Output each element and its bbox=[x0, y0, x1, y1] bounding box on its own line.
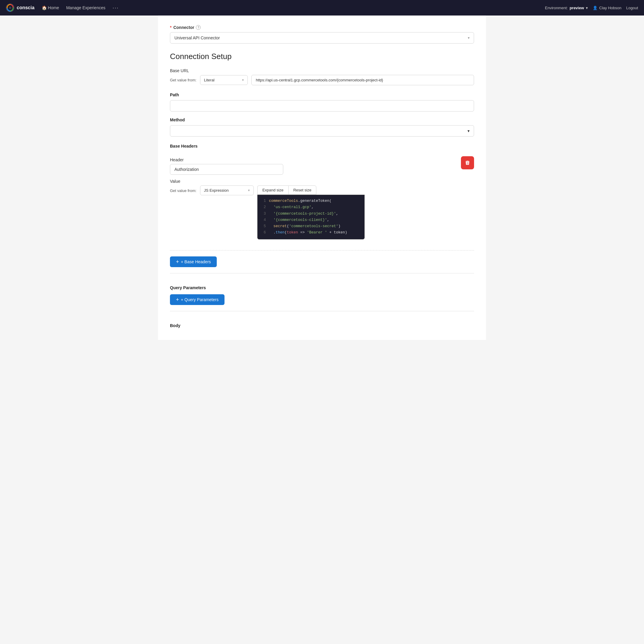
value-get-label: Get value from: bbox=[170, 185, 196, 193]
connector-section: * Connector ? Universal API Connector ▾ bbox=[170, 25, 474, 44]
logout-button[interactable]: Logout bbox=[626, 6, 638, 10]
add-query-params-button[interactable]: + + Query Parameters bbox=[170, 294, 225, 305]
code-editor[interactable]: 1 commerceTools.generateToken( 2 'us-cen… bbox=[257, 195, 365, 239]
env-value: preview bbox=[569, 6, 584, 10]
environment-selector[interactable]: Environment: preview ▾ bbox=[545, 6, 588, 10]
code-line-6: 6 .then(token => 'Bearer ' + token) bbox=[261, 230, 361, 236]
base-url-get-value-label: Get value from: bbox=[170, 78, 196, 82]
body-label: Body bbox=[170, 323, 474, 328]
main-content: * Connector ? Universal API Connector ▾ … bbox=[158, 16, 486, 340]
connector-label: * Connector ? bbox=[170, 25, 474, 30]
user-menu[interactable]: 👤 Clay Hobson bbox=[593, 6, 621, 10]
plus-icon: + bbox=[176, 259, 179, 264]
base-headers-label: Base Headers bbox=[170, 144, 474, 148]
method-select[interactable]: ▾ bbox=[170, 125, 474, 137]
add-base-headers-button[interactable]: + + Base Headers bbox=[170, 256, 217, 267]
env-label: Environment: bbox=[545, 6, 568, 10]
env-chevron-icon: ▾ bbox=[586, 6, 588, 10]
base-url-input[interactable] bbox=[251, 75, 474, 85]
logo-text: conscia bbox=[17, 5, 35, 10]
query-params-section: Query Parameters + + Query Parameters bbox=[170, 273, 474, 311]
svg-point-1 bbox=[9, 7, 11, 9]
connector-select[interactable]: Universal API Connector ▾ bbox=[170, 32, 474, 44]
expand-reset-row: Expand size Reset size bbox=[257, 185, 365, 195]
value-label: Value bbox=[170, 179, 474, 184]
header-input[interactable] bbox=[170, 164, 283, 175]
method-section: Method ▾ bbox=[170, 117, 474, 137]
nav-more-dots[interactable]: ··· bbox=[112, 5, 119, 11]
logo[interactable]: conscia bbox=[6, 4, 35, 12]
query-params-add: + + Query Parameters bbox=[170, 294, 474, 305]
code-line-5: 5 secret('commercetools-secret') bbox=[261, 223, 361, 230]
logo-icon bbox=[6, 4, 14, 12]
trash-icon bbox=[465, 160, 470, 165]
header-input-label: Header bbox=[170, 157, 474, 162]
code-editor-area: Expand size Reset size 1 commerceTools.g… bbox=[257, 185, 365, 239]
delete-header-button[interactable] bbox=[461, 156, 474, 169]
code-line-1: 1 commerceTools.generateToken( bbox=[261, 198, 361, 204]
path-input[interactable] bbox=[170, 100, 474, 112]
nav-manage-experiences[interactable]: Manage Experiences bbox=[66, 5, 106, 10]
headers-area: Header Value Get value from: JS Expressi… bbox=[170, 151, 474, 244]
connector-chevron-icon: ▾ bbox=[468, 36, 470, 40]
base-headers-section: Base Headers Header Value Get value from… bbox=[170, 144, 474, 267]
code-line-3: 3 '{commercetools-project-id}', bbox=[261, 211, 361, 217]
code-line-4: 4 '{commercetools-client}', bbox=[261, 217, 361, 223]
headers-divider bbox=[170, 250, 474, 250]
body-section: Body bbox=[170, 311, 474, 328]
home-icon: 🏠 bbox=[42, 5, 47, 10]
path-section: Path bbox=[170, 92, 474, 112]
js-expression-chevron-icon: ▾ bbox=[248, 188, 250, 192]
value-section: Value Get value from: JS Expression ▾ Ex… bbox=[170, 179, 474, 239]
method-label: Method bbox=[170, 117, 474, 122]
method-chevron-icon: ▾ bbox=[467, 129, 470, 133]
navigation: conscia 🏠 Home Manage Experiences ··· En… bbox=[0, 0, 644, 16]
connection-setup-title: Connection Setup bbox=[170, 52, 474, 61]
query-params-label: Query Parameters bbox=[170, 285, 474, 290]
base-url-section: Base URL Get value from: Literal ▾ bbox=[170, 68, 474, 85]
header-field: Header bbox=[170, 157, 474, 175]
connector-help-icon[interactable]: ? bbox=[196, 25, 201, 30]
user-icon: 👤 bbox=[593, 6, 597, 10]
query-plus-icon: + bbox=[176, 297, 179, 302]
nav-links: 🏠 Home Manage Experiences ··· bbox=[42, 5, 538, 11]
literal-chevron-icon: ▾ bbox=[242, 78, 244, 82]
nav-right: Environment: preview ▾ 👤 Clay Hobson Log… bbox=[545, 6, 638, 10]
expand-size-button[interactable]: Expand size bbox=[257, 185, 288, 195]
required-star: * bbox=[170, 25, 171, 30]
path-label: Path bbox=[170, 92, 474, 97]
nav-home[interactable]: 🏠 Home bbox=[42, 5, 59, 10]
reset-size-button[interactable]: Reset size bbox=[288, 185, 317, 195]
value-js-expression-select[interactable]: JS Expression ▾ bbox=[200, 185, 254, 195]
base-url-label: Base URL bbox=[170, 68, 474, 73]
base-url-literal-select[interactable]: Literal ▾ bbox=[200, 75, 248, 85]
base-url-row: Get value from: Literal ▾ bbox=[170, 75, 474, 85]
code-line-2: 2 'us-central1.gcp', bbox=[261, 204, 361, 210]
value-row: Get value from: JS Expression ▾ Expand s… bbox=[170, 185, 474, 239]
